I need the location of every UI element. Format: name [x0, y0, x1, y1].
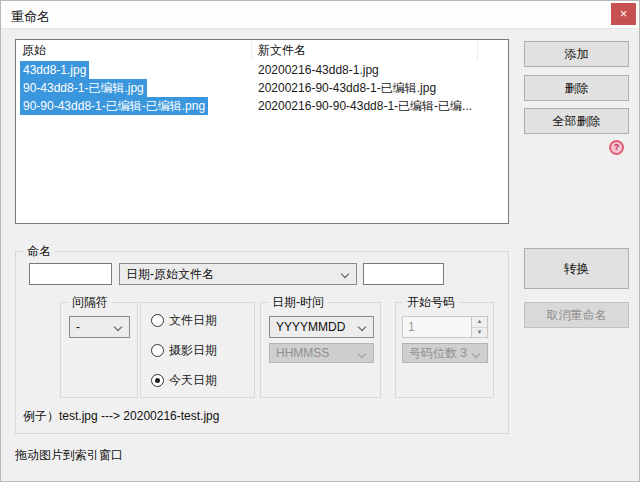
convert-button[interactable]: 转换	[524, 248, 629, 289]
start-number-groupbox: 开始号码 1 ▲ ▼ 号码位数 3	[395, 302, 494, 398]
help-icon[interactable]: ?	[609, 140, 624, 155]
radio-label: 文件日期	[169, 312, 217, 329]
stepper-buttons: ▲ ▼	[471, 317, 487, 337]
time-format-select: HHMMSS	[269, 343, 374, 363]
date-format-select[interactable]: YYYYMMDD	[269, 316, 374, 338]
separator-group-label: 间隔符	[68, 295, 112, 309]
table-row[interactable]: 90-90-43dd8-1-已编辑-已编辑.png 20200216-90-90…	[16, 97, 508, 115]
chevron-down-icon	[114, 323, 122, 331]
close-icon[interactable]: ×	[611, 3, 636, 25]
number-digits-value: 号码位数 3	[409, 346, 467, 360]
time-format-value: HHMMSS	[276, 346, 329, 360]
start-number-stepper: 1 ▲ ▼	[402, 316, 488, 338]
separator-select[interactable]: -	[69, 316, 130, 338]
selected-filename: 90-43dd8-1-已编辑.jpg	[20, 79, 147, 97]
start-number-group-label: 开始号码	[403, 295, 459, 309]
radio-photo-date[interactable]: 摄影日期	[151, 342, 217, 358]
delete-button[interactable]: 删除	[524, 75, 629, 101]
add-button[interactable]: 添加	[524, 41, 629, 67]
radio-file-date[interactable]: 文件日期	[151, 312, 217, 328]
chevron-down-icon	[472, 350, 480, 358]
radio-icon-checked	[151, 374, 164, 387]
status-text: 拖动图片到索引窗口	[15, 447, 123, 464]
radio-today-date[interactable]: 今天日期	[151, 372, 217, 388]
start-number-value: 1	[403, 317, 471, 337]
list-header: 原始 新文件名	[16, 40, 508, 61]
separator-selected-value: -	[76, 320, 80, 334]
suffix-field[interactable]	[363, 263, 444, 285]
example-text: 例子）test.jpg ---> 20200216-test.jpg	[23, 408, 219, 425]
cell-new-name: 20200216-43dd8-1.jpg	[252, 61, 508, 79]
pattern-selected-value: 日期-原始文件名	[126, 267, 214, 281]
cancel-rename-button: 取消重命名	[524, 302, 629, 328]
datetime-group-label: 日期-时间	[268, 295, 328, 309]
naming-group-label: 命名	[23, 244, 55, 258]
radio-label: 今天日期	[169, 372, 217, 389]
cell-original: 43dd8-1.jpg	[16, 61, 252, 79]
dialog-title: 重命名	[11, 8, 50, 26]
radio-icon	[151, 314, 164, 327]
file-list: 原始 新文件名 43dd8-1.jpg 20200216-43dd8-1.jpg…	[15, 39, 509, 224]
cell-original: 90-43dd8-1-已编辑.jpg	[16, 79, 252, 97]
naming-groupbox: 命名 日期-原始文件名 间隔符 - 文件日期 摄影日期	[15, 251, 509, 434]
radio-icon	[151, 344, 164, 357]
separator-groupbox: 间隔符 -	[60, 302, 138, 398]
stepper-down-icon: ▼	[472, 328, 487, 338]
datetime-groupbox: 日期-时间 YYYYMMDD HHMMSS	[260, 302, 381, 398]
chevron-down-icon	[358, 323, 366, 331]
chevron-down-icon	[341, 270, 349, 278]
delete-all-button[interactable]: 全部删除	[524, 108, 629, 134]
selected-filename: 90-90-43dd8-1-已编辑-已编辑.png	[20, 97, 208, 115]
radio-label: 摄影日期	[169, 342, 217, 359]
column-header-new-name[interactable]: 新文件名	[252, 40, 478, 61]
title-bar: 重命名 ×	[1, 1, 639, 29]
date-format-value: YYYYMMDD	[276, 320, 345, 334]
cell-original: 90-90-43dd8-1-已编辑-已编辑.png	[16, 97, 252, 115]
chevron-down-icon	[358, 350, 366, 358]
table-row[interactable]: 90-43dd8-1-已编辑.jpg 20200216-90-43dd8-1-已…	[16, 79, 508, 97]
cell-new-name: 20200216-90-43dd8-1-已编辑.jpg	[252, 79, 508, 97]
column-header-spacer	[478, 40, 508, 61]
pattern-select[interactable]: 日期-原始文件名	[119, 263, 357, 285]
selected-filename: 43dd8-1.jpg	[20, 61, 89, 79]
date-source-groupbox: 文件日期 摄影日期 今天日期	[140, 302, 255, 398]
cell-new-name: 20200216-90-90-43dd8-1-已编辑-已编...	[252, 97, 508, 115]
column-header-original[interactable]: 原始	[16, 40, 252, 61]
table-row[interactable]: 43dd8-1.jpg 20200216-43dd8-1.jpg	[16, 61, 508, 79]
prefix-field[interactable]	[29, 263, 112, 285]
rename-dialog: 重命名 × 原始 新文件名 43dd8-1.jpg 20200216-43dd8…	[0, 0, 640, 482]
stepper-up-icon: ▲	[472, 317, 487, 328]
number-digits-select: 号码位数 3	[402, 343, 488, 363]
